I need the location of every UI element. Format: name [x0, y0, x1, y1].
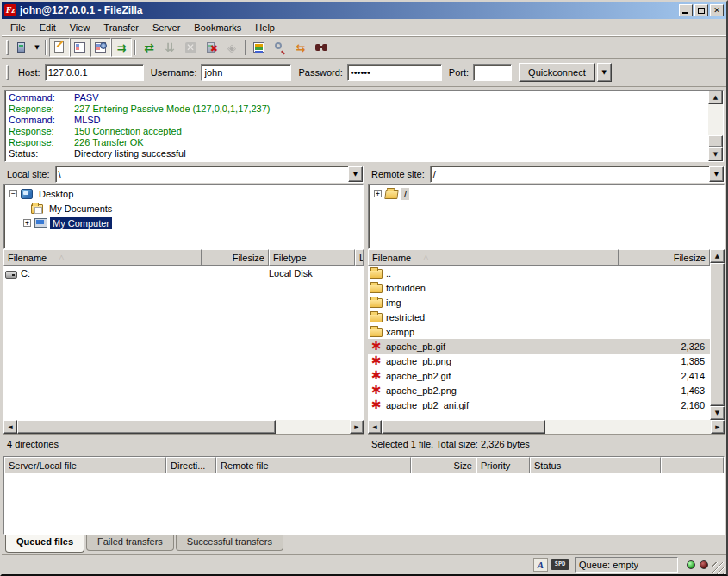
port-input[interactable] [473, 64, 512, 81]
scroll-left-icon[interactable]: ◄ [368, 420, 382, 434]
toggle-local-tree-button[interactable] [70, 38, 90, 57]
reconnect-button[interactable]: ◈ [221, 38, 242, 57]
file-row[interactable]: ✱apache_pb2.png 1,463 [368, 383, 710, 398]
scrollbar-thumb[interactable] [710, 263, 725, 406]
local-tree-icon [73, 41, 87, 54]
column-filename[interactable]: Filename△ [368, 249, 619, 266]
column-server-local-file[interactable]: Server/Local file [4, 457, 166, 473]
refresh-button[interactable]: ⇄ [139, 38, 159, 57]
toolbar-grip [6, 40, 9, 55]
column-status[interactable]: Status [530, 457, 661, 473]
menu-help[interactable]: Help [248, 21, 282, 34]
queue-list[interactable] [4, 473, 724, 534]
quickconnect-button[interactable]: Quickconnect [519, 63, 595, 82]
tree-item-my-documents[interactable]: My Documents [6, 201, 363, 216]
tree-item-desktop[interactable]: − Desktop [6, 186, 363, 201]
column-filetype[interactable]: Filetype [269, 249, 355, 266]
log-vertical-scrollbar[interactable]: ▲ ▼ [708, 91, 723, 161]
column-filename[interactable]: Filename△ [3, 249, 202, 266]
menu-server[interactable]: Server [146, 21, 187, 34]
file-row-selected[interactable]: ✱apache_pb.gif 2,326 [368, 339, 710, 354]
tab-successful-transfers[interactable]: Successful transfers [176, 535, 283, 551]
tab-queued-files[interactable]: Queued files [5, 535, 84, 553]
menu-file[interactable]: File [3, 21, 33, 34]
file-row[interactable]: img [368, 295, 710, 310]
remote-site-combo[interactable]: / ▼ [430, 166, 725, 183]
scroll-down-icon[interactable]: ▼ [708, 147, 723, 161]
combo-dropdown-icon[interactable]: ▼ [348, 166, 363, 182]
find-files-button[interactable] [311, 38, 332, 57]
password-input[interactable] [347, 64, 442, 81]
scrollbar-thumb[interactable] [382, 420, 545, 434]
scrollbar-thumb[interactable] [17, 420, 276, 434]
maximize-button[interactable] [694, 4, 708, 16]
scroll-up-icon[interactable]: ▲ [708, 91, 723, 104]
scroll-up-icon[interactable]: ▲ [710, 249, 725, 263]
menu-edit[interactable]: Edit [33, 21, 63, 34]
file-row[interactable]: ✱apache_pb2.gif 2,414 [368, 368, 710, 383]
image-file-icon: ✱ [370, 398, 383, 411]
local-file-list[interactable]: C: Local Disk [3, 266, 364, 420]
remote-directory-tree[interactable]: + / [368, 184, 725, 249]
column-priority[interactable]: Priority [476, 457, 530, 473]
combo-dropdown-icon[interactable]: ▼ [709, 166, 724, 182]
file-row[interactable]: forbidden [368, 280, 710, 295]
menu-view[interactable]: View [63, 21, 97, 34]
username-input[interactable] [201, 64, 291, 81]
close-button[interactable]: ✕ [710, 4, 724, 16]
file-row[interactable]: ✱apache_pb2_ani.gif 2,160 [368, 398, 710, 412]
remote-horizontal-scrollbar[interactable]: ◄ ► [368, 420, 725, 434]
tree-item-root[interactable]: + / [370, 186, 724, 201]
datatype-indicator-icon[interactable]: A [533, 558, 548, 572]
local-site-label: Local site: [3, 169, 55, 179]
resize-grip[interactable] [712, 562, 725, 574]
local-horizontal-scrollbar[interactable]: ◄ ► [3, 420, 364, 434]
tree-item-my-computer[interactable]: + My Computer [6, 216, 363, 230]
menu-transfer[interactable]: Transfer [96, 21, 146, 34]
toggle-transfer-queue-button[interactable]: ⇉ [111, 38, 132, 57]
quickconnect-dropdown[interactable]: ▼ [597, 63, 612, 82]
scroll-down-icon[interactable]: ▼ [710, 406, 725, 420]
directory-comparison-button[interactable] [270, 38, 290, 57]
speedlimit-icon[interactable]: SPD [551, 559, 569, 570]
remote-file-list[interactable]: .. forbidden img [368, 266, 710, 420]
remote-list-header: Filename△ Filesize [368, 249, 710, 266]
file-row[interactable]: restricted [368, 310, 710, 324]
directory-filter-button[interactable] [249, 38, 270, 57]
minimize-button[interactable] [679, 4, 693, 16]
scroll-right-icon[interactable]: ► [350, 420, 364, 434]
tab-failed-transfers[interactable]: Failed transfers [86, 535, 174, 551]
site-manager-dropdown[interactable]: ▼ [32, 38, 42, 57]
cancel-operation-button[interactable]: ✕ [180, 38, 201, 57]
expand-icon[interactable]: + [23, 219, 31, 227]
host-input[interactable] [45, 64, 144, 81]
file-row[interactable]: ✱apache_pb.png 1,385 [368, 354, 710, 368]
scroll-left-icon[interactable]: ◄ [3, 420, 17, 434]
local-directory-tree[interactable]: − Desktop My Documents + My Computer [3, 184, 364, 249]
menu-bookmarks[interactable]: Bookmarks [187, 21, 248, 34]
file-row[interactable]: .. [368, 266, 710, 280]
title-bar[interactable]: Fz john@127.0.0.1 - FileZilla ✕ [2, 2, 726, 19]
collapse-icon[interactable]: − [9, 190, 17, 197]
message-log[interactable]: Command:PASV Response:227 Entering Passi… [5, 91, 708, 161]
file-row[interactable]: xampp [368, 324, 710, 339]
file-row[interactable]: C: Local Disk [3, 266, 364, 280]
disconnect-button[interactable]: ✖ [201, 38, 221, 57]
column-filesize[interactable]: Filesize [619, 249, 710, 266]
file-name: .. [386, 268, 391, 279]
column-remote-file[interactable]: Remote file [216, 457, 411, 473]
process-queue-button[interactable]: ⇊ [159, 38, 180, 57]
column-direction[interactable]: Directi... [166, 457, 216, 473]
site-manager-button[interactable] [11, 38, 32, 57]
expand-icon[interactable]: + [374, 190, 382, 197]
local-site-combo[interactable]: \ ▼ [55, 166, 364, 183]
column-size[interactable]: Size [411, 457, 476, 473]
scrollbar-thumb[interactable] [708, 135, 723, 147]
column-filesize[interactable]: Filesize [202, 249, 269, 266]
toggle-message-log-button[interactable] [49, 38, 70, 57]
synchronized-browsing-button[interactable]: ⇆ [290, 38, 311, 57]
toggle-remote-tree-button[interactable] [90, 38, 111, 57]
remote-vertical-scrollbar[interactable]: ▲ ▼ [710, 249, 725, 420]
column-last-modified[interactable]: L [355, 249, 364, 266]
scroll-right-icon[interactable]: ► [711, 420, 725, 434]
